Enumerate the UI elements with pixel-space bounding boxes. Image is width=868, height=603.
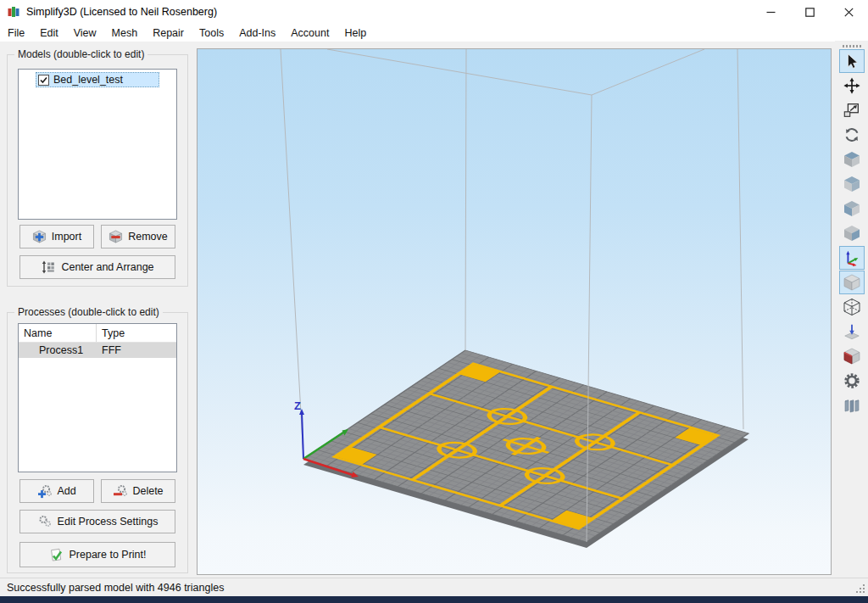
- build-plate-scene: Z: [198, 49, 831, 574]
- view-cube-default-button[interactable]: [839, 148, 865, 171]
- processes-group: Processes (double-click to edit) Name Ty…: [7, 312, 188, 573]
- models-list[interactable]: Bed_level_test: [18, 69, 177, 220]
- processes-table-header: Name Type: [19, 324, 176, 343]
- import-button[interactable]: Import: [19, 225, 94, 248]
- move-tool-button[interactable]: [839, 74, 865, 98]
- models-group-label: Models (double-click to edit): [14, 48, 147, 60]
- gear-icon: [842, 371, 862, 391]
- toggle-wireframe-view-button[interactable]: [839, 295, 865, 319]
- view-cube-front-icon: [842, 174, 862, 194]
- scale-icon: [843, 101, 861, 120]
- select-tool-button[interactable]: [839, 49, 865, 73]
- edit-process-settings-button[interactable]: Edit Process Settings: [19, 510, 175, 533]
- prepare-to-print-button[interactable]: Prepare to Print!: [19, 542, 175, 567]
- center-arrange-button[interactable]: Center and Arrange: [19, 255, 175, 279]
- view-cube-right-icon: [842, 223, 862, 243]
- toggle-axes-button[interactable]: [839, 246, 865, 270]
- add-button-label: Add: [57, 485, 75, 497]
- status-bar: Successfully parsed model with 4946 tria…: [0, 578, 868, 596]
- center-arrange-icon: [41, 260, 56, 274]
- prepare-to-print-label: Prepare to Print!: [69, 549, 146, 561]
- model-checkbox[interactable]: [38, 75, 49, 86]
- scale-tool-button[interactable]: [839, 98, 865, 122]
- import-cube-icon: [32, 230, 47, 243]
- process-row[interactable]: Process1 FFF: [19, 343, 176, 358]
- processes-table[interactable]: Name Type Process1 FFF: [18, 323, 177, 472]
- cross-section-cube-icon: [842, 346, 862, 366]
- wireframe-cube-icon: [842, 297, 862, 317]
- axes-icon: [843, 248, 861, 267]
- window-bottom-edge: [0, 596, 868, 603]
- status-message: Successfully parsed model with 4946 tria…: [7, 582, 224, 594]
- menu-help[interactable]: Help: [337, 25, 374, 41]
- model-name: Bed_level_test: [53, 74, 123, 86]
- menu-repair[interactable]: Repair: [145, 25, 192, 41]
- move-arrows-icon: [843, 76, 861, 95]
- delete-button-label: Delete: [132, 485, 163, 497]
- view-cube-front-button[interactable]: [839, 172, 865, 196]
- column-header-type[interactable]: Type: [97, 324, 176, 342]
- column-header-name[interactable]: Name: [19, 324, 97, 342]
- center-arrange-label: Center and Arrange: [61, 261, 153, 273]
- surface-normal-icon: [843, 322, 861, 341]
- menu-edit[interactable]: Edit: [32, 25, 66, 41]
- toggle-normals-button[interactable]: [839, 320, 865, 343]
- minimize-button[interactable]: [751, 0, 790, 24]
- solid-cube-icon: [842, 272, 862, 293]
- view-toolbar: [835, 41, 868, 578]
- remove-button[interactable]: Remove: [101, 225, 175, 248]
- delete-process-button[interactable]: Delete: [101, 479, 175, 503]
- menu-tools[interactable]: Tools: [192, 25, 231, 41]
- remove-button-label: Remove: [128, 231, 168, 243]
- cursor-arrow-icon: [843, 52, 861, 70]
- edit-process-settings-label: Edit Process Settings: [58, 516, 159, 528]
- process-type: FFF: [97, 344, 176, 356]
- 3d-viewport[interactable]: Z: [197, 48, 832, 575]
- menu-bar: File Edit View Mesh Repair Tools Add-Ins…: [0, 24, 868, 42]
- rotate-arrows-icon: [843, 126, 861, 144]
- simplify3d-window: Simplify3D (Licensed to Neil Rosenberg) …: [0, 0, 868, 603]
- machine-settings-button[interactable]: [839, 369, 865, 393]
- menu-mesh[interactable]: Mesh: [104, 25, 146, 41]
- build-plate: [303, 350, 748, 542]
- view-cube-top-icon: [842, 149, 862, 170]
- view-cube-left-icon: [842, 198, 862, 219]
- model-list-item[interactable]: Bed_level_test: [36, 72, 159, 87]
- rotate-tool-button[interactable]: [839, 123, 865, 147]
- support-structures-button[interactable]: [839, 394, 865, 417]
- menu-addins[interactable]: Add-Ins: [231, 25, 283, 41]
- delete-gear-icon: [113, 484, 127, 499]
- process-name: Process1: [19, 344, 97, 356]
- import-button-label: Import: [52, 231, 81, 243]
- processes-group-label: Processes (double-click to edit): [14, 306, 163, 318]
- supports-icon: [842, 395, 862, 416]
- gears-icon: [37, 515, 53, 528]
- resize-grip[interactable]: [855, 583, 865, 594]
- menu-view[interactable]: View: [66, 25, 104, 41]
- add-process-button[interactable]: Add: [19, 479, 94, 503]
- cross-section-button[interactable]: [839, 344, 865, 368]
- toggle-solid-view-button[interactable]: [839, 271, 865, 294]
- maximize-button[interactable]: [790, 0, 829, 24]
- prepare-print-icon: [48, 548, 64, 562]
- menu-account[interactable]: Account: [283, 25, 337, 41]
- add-gear-icon: [37, 484, 52, 499]
- remove-cube-icon: [108, 230, 123, 243]
- view-cube-left-button[interactable]: [839, 197, 865, 221]
- toolbar-grip[interactable]: [843, 45, 861, 47]
- models-group: Models (double-click to edit) Bed_level_…: [7, 54, 188, 287]
- view-cube-right-button[interactable]: [839, 221, 865, 245]
- z-axis-label: Z: [294, 399, 301, 412]
- app-logo-icon: [7, 5, 20, 19]
- menu-file[interactable]: File: [0, 25, 32, 41]
- window-title: Simplify3D (Licensed to Neil Rosenberg): [26, 6, 217, 18]
- close-button[interactable]: [829, 0, 868, 24]
- title-bar[interactable]: Simplify3D (Licensed to Neil Rosenberg): [0, 0, 868, 24]
